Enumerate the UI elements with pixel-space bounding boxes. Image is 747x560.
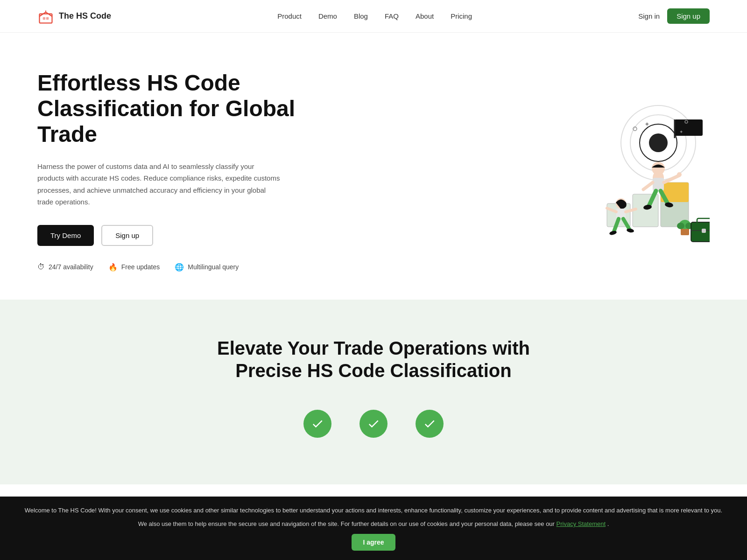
- try-demo-button[interactable]: Try Demo: [37, 225, 94, 246]
- feature-availability: ⏱ 24/7 availability: [37, 263, 93, 271]
- check-icon-1: [311, 417, 324, 430]
- section-features-title: Elevate Your Trade Operations with Preci…: [210, 337, 537, 382]
- hero-description: Harness the power of customs data and AI…: [37, 161, 280, 208]
- svg-point-31: [677, 172, 682, 177]
- svg-rect-22: [691, 222, 710, 242]
- svg-rect-8: [675, 119, 703, 136]
- nav-product[interactable]: Product: [277, 12, 302, 20]
- feature-icon-1: [303, 410, 331, 438]
- hero-illustration-container: ✦ ✦: [514, 91, 710, 250]
- hero-section: Effortless HS Code Classification for Gl…: [0, 33, 747, 300]
- check-icon-3: [423, 417, 436, 430]
- nav-faq[interactable]: FAQ: [385, 12, 399, 20]
- features-row: [37, 410, 710, 438]
- svg-line-29: [643, 182, 653, 189]
- hero-title: Effortless HS Code Classification for Gl…: [37, 70, 299, 147]
- svg-point-7: [649, 133, 668, 152]
- hero-illustration: ✦ ✦: [514, 91, 710, 250]
- feature-updates: 🔥 Free updates: [108, 263, 160, 272]
- feature-card-1: [303, 410, 331, 438]
- site-logo[interactable]: The HS Code: [37, 8, 111, 25]
- clock-icon: ⏱: [37, 263, 45, 271]
- feature-multilingual-label: Multilingual query: [188, 263, 239, 271]
- feature-card-3: [416, 410, 444, 438]
- nav-actions: Sign in Sign up: [638, 8, 710, 24]
- svg-rect-1: [43, 17, 45, 19]
- nav-blog[interactable]: Blog: [354, 12, 368, 20]
- hero-buttons: Try Demo Sign up: [37, 225, 299, 246]
- section-features: Elevate Your Trade Operations with Preci…: [0, 300, 747, 484]
- svg-rect-28: [653, 178, 664, 191]
- svg-point-20: [677, 223, 684, 229]
- nav-demo[interactable]: Demo: [318, 12, 337, 20]
- feature-multilingual: 🌐 Multilingual query: [175, 263, 239, 272]
- logo-icon: [37, 8, 54, 25]
- signup-button[interactable]: Sign up: [667, 8, 710, 24]
- check-icon-2: [367, 417, 380, 430]
- nav-about[interactable]: About: [416, 12, 434, 20]
- feature-availability-label: 24/7 availability: [49, 263, 93, 271]
- svg-point-27: [652, 162, 665, 175]
- feature-icon-2: [359, 410, 388, 438]
- nav-links: Product Demo Blog FAQ About Pricing: [277, 12, 472, 21]
- hero-left: Effortless HS Code Classification for Gl…: [37, 70, 299, 272]
- fire-icon: 🔥: [108, 263, 118, 272]
- feature-card-2: [359, 410, 388, 438]
- svg-text:✦: ✦: [644, 120, 650, 128]
- feature-icon-3: [416, 410, 444, 438]
- globe-icon: 🌐: [175, 263, 184, 272]
- site-name: The HS Code: [59, 11, 111, 21]
- navbar: The HS Code Product Demo Blog FAQ About …: [0, 0, 747, 33]
- signin-button[interactable]: Sign in: [638, 12, 660, 20]
- feature-updates-label: Free updates: [121, 263, 160, 271]
- svg-text:✦: ✦: [679, 129, 683, 134]
- hero-features: ⏱ 24/7 availability 🔥 Free updates 🌐 Mul…: [37, 263, 299, 272]
- svg-rect-25: [702, 229, 706, 233]
- hero-signup-button[interactable]: Sign up: [101, 225, 153, 246]
- nav-pricing[interactable]: Pricing: [451, 12, 472, 20]
- svg-rect-2: [46, 17, 49, 19]
